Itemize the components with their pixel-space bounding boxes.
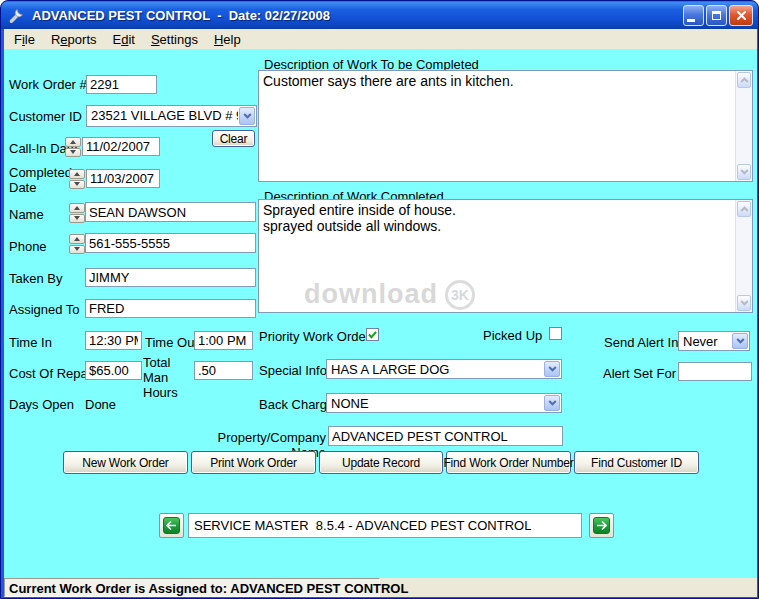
work-order-label: Work Order # (9, 77, 87, 92)
cost-of-repair-label: Cost Of Repair (9, 366, 95, 381)
priority-checkbox[interactable] (366, 328, 379, 341)
window-title: ADVANCED PEST CONTROL - Date: 02/27/2008 (32, 8, 330, 23)
special-info-select[interactable]: HAS A LARGE DOG (326, 359, 562, 379)
cost-of-repair-input[interactable] (85, 361, 142, 380)
taken-by-input[interactable] (85, 268, 256, 287)
chevron-down-icon[interactable] (732, 333, 748, 349)
scroll-down-button[interactable] (737, 295, 751, 311)
spinner-down-icon (74, 182, 80, 186)
phone-input[interactable] (85, 233, 256, 253)
menu-edit[interactable]: Edit (105, 30, 143, 49)
print-work-order-button[interactable]: Print Work Order (191, 451, 316, 474)
completed-date-spinner[interactable] (69, 169, 85, 189)
chevron-down-icon (740, 300, 749, 306)
assigned-to-label: Assigned To (9, 302, 80, 317)
chevron-up-icon (740, 206, 749, 212)
nav-forward-button[interactable] (589, 513, 614, 538)
menu-bar: File Reports Edit Settings Help (4, 29, 757, 49)
name-spinner[interactable] (69, 203, 85, 223)
work-completed-scrollbar[interactable] (735, 200, 752, 312)
menu-file[interactable]: File (6, 30, 43, 49)
spinner-up-icon (70, 140, 76, 144)
special-info-label: Special Info (259, 363, 327, 378)
send-alert-in-value: Never (679, 332, 731, 350)
spin-down-button[interactable] (69, 245, 85, 255)
work-completed-box: Sprayed entire inside of house. sprayed … (258, 199, 753, 313)
chevron-down-icon[interactable] (544, 395, 560, 411)
alert-set-for-label: Alert Set For (603, 366, 676, 381)
days-open-label: Days Open (9, 397, 74, 412)
send-alert-in-select[interactable]: Never (678, 331, 750, 351)
scroll-up-button[interactable] (737, 72, 751, 88)
priority-label: Priority Work Order (259, 329, 370, 344)
spinner-down-icon (74, 247, 80, 251)
chevron-down-icon (740, 169, 749, 175)
customer-id-value: 23521 VILLAGE BLVD # 956 (87, 106, 238, 126)
spinner-down-icon (70, 150, 76, 154)
new-work-order-button[interactable]: New Work Order (63, 451, 188, 474)
scroll-down-button[interactable] (737, 164, 751, 180)
spin-down-button[interactable] (65, 148, 81, 158)
taken-by-label: Taken By (9, 271, 62, 286)
menu-help[interactable]: Help (206, 30, 249, 49)
completed-date-label: Completed Date (9, 165, 71, 195)
alert-set-for-input[interactable] (678, 362, 752, 381)
work-order-input[interactable] (86, 75, 157, 94)
form-area: Work Order # Customer ID 23521 VILLAGE B… (4, 49, 757, 578)
time-in-input[interactable] (85, 331, 142, 350)
check-icon (368, 331, 377, 339)
clear-button[interactable]: Clear (212, 130, 255, 147)
name-input[interactable] (85, 202, 256, 222)
back-charge-value: NONE (327, 394, 543, 412)
property-name-input[interactable] (328, 426, 563, 446)
total-man-hours-input[interactable] (194, 361, 253, 380)
status-message: Current Work Order is Assigned to: ADVAN… (4, 578, 380, 597)
nav-back-button[interactable] (159, 513, 184, 538)
work-todo-textarea[interactable]: Customer says there are ants in kitchen. (259, 71, 735, 181)
spin-up-button[interactable] (69, 234, 85, 244)
scroll-up-button[interactable] (737, 201, 751, 217)
assigned-to-input[interactable] (85, 299, 256, 318)
menu-reports[interactable]: Reports (43, 30, 105, 49)
back-charge-select[interactable]: NONE (326, 393, 562, 413)
call-in-date-spinner[interactable] (65, 137, 81, 157)
work-todo-scrollbar[interactable] (735, 71, 752, 181)
update-record-button[interactable]: Update Record (319, 451, 443, 474)
maximize-button[interactable] (706, 5, 727, 26)
chevron-down-icon[interactable] (239, 107, 255, 125)
spin-down-button[interactable] (69, 180, 85, 190)
spinner-up-icon (74, 172, 80, 176)
minimize-button[interactable] (683, 5, 704, 26)
days-open-value: Done (85, 397, 116, 412)
menu-settings[interactable]: Settings (143, 30, 206, 49)
completed-date-input[interactable] (86, 169, 160, 188)
spin-up-button[interactable] (69, 203, 85, 213)
status-bar: Current Work Order is Assigned to: ADVAN… (4, 578, 757, 597)
phone-label: Phone (9, 239, 47, 254)
chevron-down-icon[interactable] (544, 361, 560, 377)
find-customer-id-button[interactable]: Find Customer ID (574, 451, 699, 474)
send-alert-in-label: Send Alert In (604, 335, 678, 350)
time-in-label: Time In (9, 335, 52, 350)
navigator-caption-input[interactable] (188, 513, 582, 538)
wrench-icon[interactable] (8, 6, 26, 24)
special-info-value: HAS A LARGE DOG (327, 360, 543, 378)
picked-up-checkbox[interactable] (549, 327, 562, 340)
close-icon (736, 10, 747, 21)
spinner-down-icon (74, 216, 80, 220)
app-window: ADVANCED PEST CONTROL - Date: 02/27/2008… (0, 0, 759, 599)
spin-down-button[interactable] (69, 214, 85, 224)
spin-up-button[interactable] (69, 169, 85, 179)
minimize-icon (687, 19, 695, 22)
close-button[interactable] (729, 5, 753, 26)
call-in-date-input[interactable] (82, 137, 160, 156)
time-out-input[interactable] (194, 331, 253, 350)
find-work-order-number-button[interactable]: Find Work Order Number (446, 451, 571, 474)
work-completed-textarea[interactable]: Sprayed entire inside of house. sprayed … (259, 200, 735, 312)
spin-up-button[interactable] (65, 137, 81, 147)
phone-spinner[interactable] (69, 234, 85, 254)
work-todo-box: Customer says there are ants in kitchen. (258, 70, 753, 182)
title-bar: ADVANCED PEST CONTROL - Date: 02/27/2008 (1, 1, 758, 29)
customer-id-select[interactable]: 23521 VILLAGE BLVD # 956 (86, 105, 257, 127)
time-out-label: Time Out (145, 335, 198, 350)
